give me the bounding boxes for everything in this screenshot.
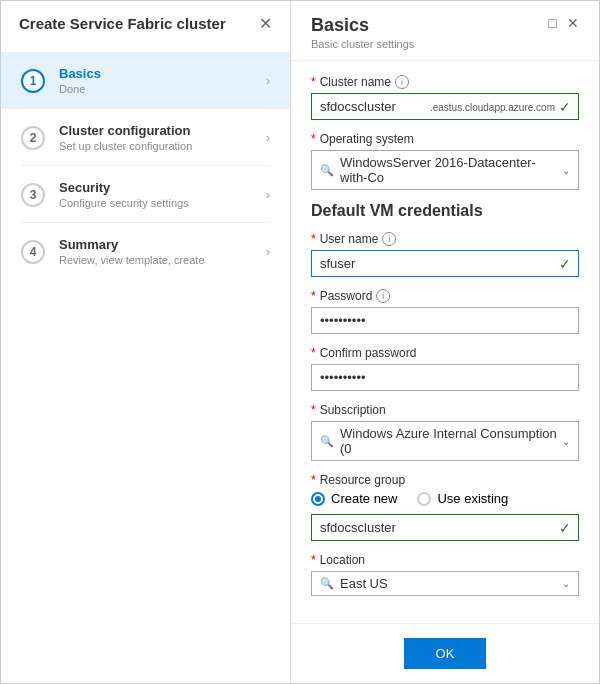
subscription-select[interactable]: 🔍 Windows Azure Internal Consumption (0 …: [311, 421, 579, 461]
resource-group-required-star: *: [311, 473, 316, 487]
cluster-name-info-icon[interactable]: i: [395, 75, 409, 89]
step-1[interactable]: 1 Basics Done ›: [1, 52, 290, 109]
steps-container: 1 Basics Done › 2 Cluster configuration …: [1, 44, 290, 683]
right-header-text: Basics Basic cluster settings: [311, 15, 414, 50]
step-3-number: 3: [21, 183, 45, 207]
step-2[interactable]: 2 Cluster configuration Set up cluster c…: [1, 109, 290, 166]
subscription-group: * Subscription 🔍 Windows Azure Internal …: [311, 403, 579, 461]
left-header: Create Service Fabric cluster ✕: [1, 1, 290, 44]
cluster-name-check-icon: ✓: [559, 99, 571, 115]
right-content: * Cluster name i .eastus.cloudapp.azure.…: [291, 61, 599, 623]
password-group: * Password i: [311, 289, 579, 334]
step-4[interactable]: 4 Summary Review, view template, create …: [1, 223, 290, 280]
step-1-subtitle: Done: [59, 83, 266, 95]
cluster-name-required-star: *: [311, 75, 316, 89]
resource-group-input[interactable]: [311, 514, 579, 541]
password-input[interactable]: [311, 307, 579, 334]
step-4-title: Summary: [59, 237, 266, 252]
password-required-star: *: [311, 289, 316, 303]
confirm-password-label: * Confirm password: [311, 346, 579, 360]
password-input-wrapper: [311, 307, 579, 334]
radio-create-new-btn[interactable]: [311, 492, 325, 506]
location-required-star: *: [311, 553, 316, 567]
os-value: WindowsServer 2016-Datacenter-with-Co: [340, 155, 558, 185]
dialog-wrapper: Create Service Fabric cluster ✕ 1 Basics…: [0, 0, 600, 684]
confirm-password-input[interactable]: [311, 364, 579, 391]
os-select[interactable]: 🔍 WindowsServer 2016-Datacenter-with-Co …: [311, 150, 579, 190]
os-required-star: *: [311, 132, 316, 146]
user-name-check-icon: ✓: [559, 256, 571, 272]
cluster-name-input-wrapper: .eastus.cloudapp.azure.com ✓: [311, 93, 579, 120]
resource-group-options: Create new Use existing: [311, 491, 579, 506]
radio-create-new[interactable]: Create new: [311, 491, 397, 506]
step-4-content: Summary Review, view template, create: [59, 237, 266, 266]
user-name-label: * User name i: [311, 232, 579, 246]
radio-create-new-label: Create new: [331, 491, 397, 506]
step-3[interactable]: 3 Security Configure security settings ›: [1, 166, 290, 223]
step-3-subtitle: Configure security settings: [59, 197, 266, 209]
step-1-chevron: ›: [266, 74, 270, 88]
right-header: Basics Basic cluster settings □ ✕: [291, 1, 599, 61]
dialog-title: Create Service Fabric cluster: [19, 15, 226, 32]
location-value: East US: [340, 576, 558, 591]
subscription-search-icon: 🔍: [320, 435, 334, 448]
header-icons: □ ✕: [549, 15, 579, 31]
maximize-button[interactable]: □: [549, 15, 557, 31]
location-select[interactable]: 🔍 East US ⌄: [311, 571, 579, 596]
step-2-content: Cluster configuration Set up cluster con…: [59, 123, 266, 152]
step-1-content: Basics Done: [59, 66, 266, 95]
os-label: * Operating system: [311, 132, 579, 146]
step-1-title: Basics: [59, 66, 266, 81]
os-group: * Operating system 🔍 WindowsServer 2016-…: [311, 132, 579, 190]
cluster-domain-hint: .eastus.cloudapp.azure.com: [430, 101, 555, 112]
confirm-password-input-wrapper: [311, 364, 579, 391]
user-name-group: * User name i ✓: [311, 232, 579, 277]
step-2-number: 2: [21, 126, 45, 150]
subscription-label: * Subscription: [311, 403, 579, 417]
location-search-icon: 🔍: [320, 577, 334, 590]
step-3-title: Security: [59, 180, 266, 195]
location-group: * Location 🔍 East US ⌄: [311, 553, 579, 596]
cluster-name-group: * Cluster name i .eastus.cloudapp.azure.…: [311, 75, 579, 120]
step-3-chevron: ›: [266, 188, 270, 202]
right-close-button[interactable]: ✕: [567, 15, 579, 31]
user-name-input-wrapper: ✓: [311, 250, 579, 277]
radio-use-existing-label: Use existing: [437, 491, 508, 506]
right-panel: Basics Basic cluster settings □ ✕ * Clus…: [291, 1, 599, 683]
user-name-input[interactable]: [311, 250, 579, 277]
step-4-chevron: ›: [266, 245, 270, 259]
subscription-value: Windows Azure Internal Consumption (0: [340, 426, 558, 456]
os-search-icon: 🔍: [320, 164, 334, 177]
ok-button[interactable]: OK: [404, 638, 487, 669]
step-2-title: Cluster configuration: [59, 123, 266, 138]
user-name-info-icon[interactable]: i: [382, 232, 396, 246]
step-4-number: 4: [21, 240, 45, 264]
resource-group-label: * Resource group: [311, 473, 579, 487]
location-label: * Location: [311, 553, 579, 567]
right-subtitle: Basic cluster settings: [311, 38, 414, 50]
left-panel: Create Service Fabric cluster ✕ 1 Basics…: [1, 1, 291, 683]
password-label: * Password i: [311, 289, 579, 303]
subscription-required-star: *: [311, 403, 316, 417]
cluster-name-label: * Cluster name i: [311, 75, 579, 89]
resource-group-field-group: * Resource group Create new Use existing: [311, 473, 579, 541]
step-4-subtitle: Review, view template, create: [59, 254, 266, 266]
step-2-subtitle: Set up cluster configuration: [59, 140, 266, 152]
radio-use-existing[interactable]: Use existing: [417, 491, 508, 506]
resource-group-input-wrapper: ✓: [311, 514, 579, 541]
step-1-number: 1: [21, 69, 45, 93]
resource-group-check-icon: ✓: [559, 520, 571, 536]
vm-credentials-title: Default VM credentials: [311, 202, 579, 220]
location-dropdown-arrow: ⌄: [562, 578, 570, 589]
confirm-password-required-star: *: [311, 346, 316, 360]
confirm-password-group: * Confirm password: [311, 346, 579, 391]
user-name-required-star: *: [311, 232, 316, 246]
step-2-chevron: ›: [266, 131, 270, 145]
right-title: Basics: [311, 15, 414, 36]
radio-use-existing-btn[interactable]: [417, 492, 431, 506]
os-dropdown-arrow: ⌄: [562, 165, 570, 176]
password-info-icon[interactable]: i: [376, 289, 390, 303]
right-footer: OK: [291, 623, 599, 683]
left-close-button[interactable]: ✕: [259, 16, 272, 32]
subscription-dropdown-arrow: ⌄: [562, 436, 570, 447]
